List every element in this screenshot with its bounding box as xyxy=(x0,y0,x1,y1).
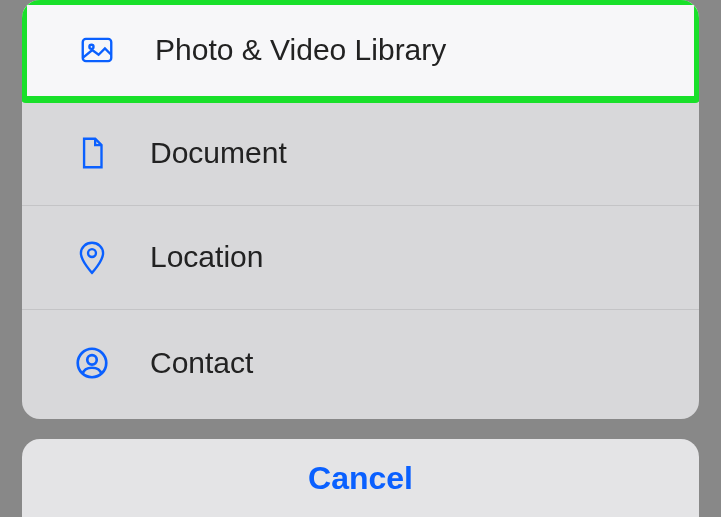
menu-item-label: Contact xyxy=(150,346,253,380)
cancel-label: Cancel xyxy=(308,460,413,497)
location-icon xyxy=(70,235,114,279)
menu-item-document[interactable]: Document xyxy=(22,101,699,206)
svg-point-1 xyxy=(89,45,93,49)
cancel-button[interactable]: Cancel xyxy=(22,439,699,517)
menu-item-label: Photo & Video Library xyxy=(155,33,446,67)
svg-point-2 xyxy=(88,249,96,257)
svg-point-4 xyxy=(87,355,97,365)
menu-item-label: Location xyxy=(150,240,263,274)
photo-icon xyxy=(75,28,119,72)
menu-item-contact[interactable]: Contact xyxy=(22,310,699,415)
document-icon xyxy=(70,131,114,175)
contact-icon xyxy=(70,341,114,385)
menu-item-location[interactable]: Location xyxy=(22,206,699,311)
menu-item-label: Document xyxy=(150,136,287,170)
menu-item-photo-video-library[interactable]: Photo & Video Library xyxy=(22,0,699,103)
action-sheet: Photo & Video Library Document Location xyxy=(22,0,699,419)
